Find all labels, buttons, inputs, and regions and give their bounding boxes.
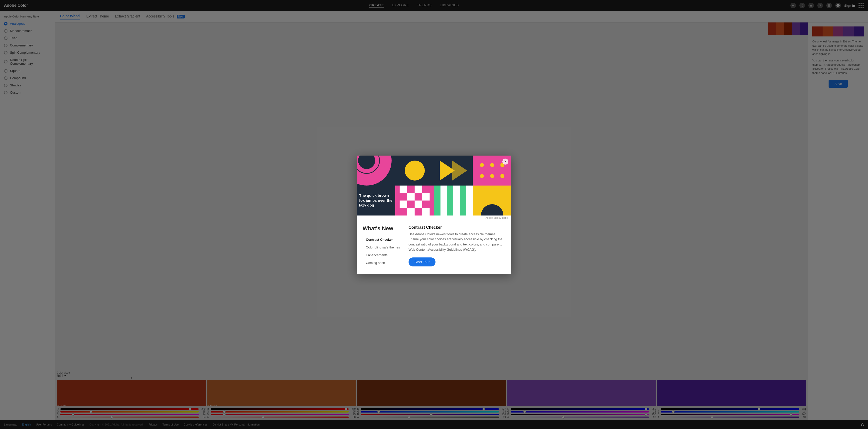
modal: The quick brown fox jumps over the lazy … xyxy=(356,155,512,274)
svg-rect-16 xyxy=(415,185,422,193)
modal-attribution: Adobe Stock / Tartila xyxy=(356,216,512,220)
modal-nav-coming-soon[interactable]: Coming soon xyxy=(363,259,403,267)
modal-nav-enhancements[interactable]: Enhancements xyxy=(363,251,403,259)
hero-cell-stripes xyxy=(434,185,473,216)
start-tour-button[interactable]: Start Tour xyxy=(408,257,435,266)
hero-cell-checker xyxy=(395,185,434,216)
hero-cell-semicircle xyxy=(473,185,512,216)
modal-content: Contrast Checker Use Adobe Color's newes… xyxy=(408,225,505,267)
modal-title: What's New xyxy=(363,225,403,232)
modal-body: What's New Contrast Checker Color blind … xyxy=(356,220,512,274)
modal-section-text: Use Adobe Color's newest tools to create… xyxy=(408,232,505,253)
hero-cell-arcs xyxy=(356,155,395,185)
modal-hero: The quick brown fox jumps over the lazy … xyxy=(356,155,512,216)
modal-nav: What's New Contrast Checker Color blind … xyxy=(363,225,403,267)
hero-cell-circle xyxy=(395,155,434,185)
modal-nav-contrast-checker[interactable]: Contrast Checker xyxy=(363,236,403,244)
hero-cell-arrow xyxy=(434,155,473,185)
modal-overlay[interactable]: The quick brown fox jumps over the lazy … xyxy=(0,0,868,429)
hero-cell-text: The quick brown fox jumps over the lazy … xyxy=(356,185,395,216)
modal-inner: What's New Contrast Checker Color blind … xyxy=(363,225,505,267)
svg-rect-18 xyxy=(422,193,430,201)
modal-nav-color-blind[interactable]: Color blind safe themes xyxy=(363,244,403,251)
svg-rect-21 xyxy=(407,208,415,216)
modal-hero-grid: The quick brown fox jumps over the lazy … xyxy=(356,155,512,216)
svg-rect-17 xyxy=(407,193,415,201)
svg-rect-19 xyxy=(400,201,407,208)
modal-section-title: Contrast Checker xyxy=(408,225,505,230)
svg-rect-22 xyxy=(422,208,430,216)
svg-rect-15 xyxy=(400,185,407,193)
hero-text: The quick brown fox jumps over the lazy … xyxy=(359,193,393,208)
svg-rect-20 xyxy=(415,201,422,208)
modal-close-button[interactable]: × xyxy=(502,159,508,165)
